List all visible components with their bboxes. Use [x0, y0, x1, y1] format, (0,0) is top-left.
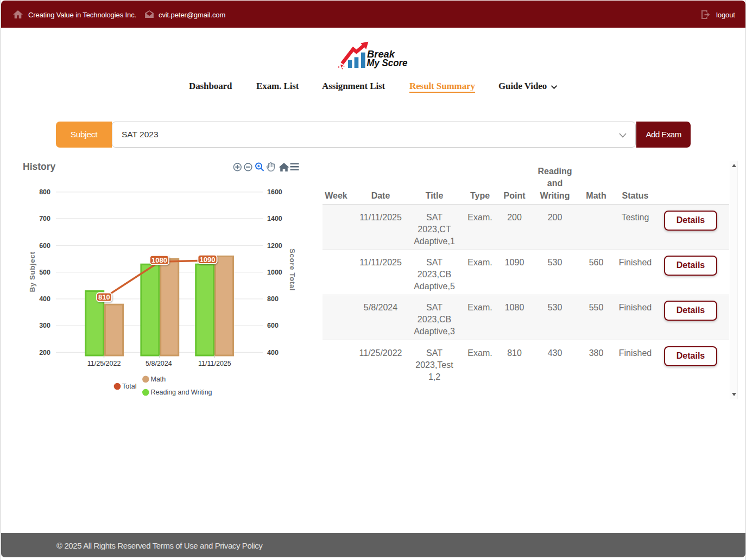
svg-text:600: 600: [39, 242, 50, 250]
svg-text:1090: 1090: [200, 256, 216, 264]
svg-text:600: 600: [267, 322, 279, 329]
svg-text:By Subject: By Subject: [28, 252, 36, 292]
svg-text:Score Total: Score Total: [288, 249, 296, 291]
svg-text:Reading and Writing: Reading and Writing: [151, 389, 212, 396]
svg-text:11/11/2025: 11/11/2025: [198, 360, 231, 367]
svg-text:1200: 1200: [267, 242, 282, 250]
svg-text:1080: 1080: [151, 256, 167, 264]
svg-text:1000: 1000: [267, 269, 282, 276]
svg-text:Math: Math: [151, 376, 166, 383]
svg-text:800: 800: [39, 188, 50, 196]
svg-text:400: 400: [267, 349, 279, 357]
svg-text:11/25/2022: 11/25/2022: [87, 360, 121, 367]
svg-text:700: 700: [39, 215, 50, 222]
svg-text:1600: 1600: [267, 188, 282, 196]
svg-text:My Score: My Score: [367, 58, 408, 68]
svg-text:1400: 1400: [267, 215, 282, 222]
svg-text:300: 300: [39, 322, 50, 329]
svg-text:800: 800: [267, 295, 279, 303]
svg-text:200: 200: [39, 349, 50, 357]
svg-text:500: 500: [39, 269, 50, 276]
svg-text:400: 400: [39, 295, 50, 303]
svg-text:5/8/2024: 5/8/2024: [146, 360, 172, 367]
svg-text:Total: Total: [122, 383, 136, 390]
svg-text:810: 810: [98, 293, 110, 301]
